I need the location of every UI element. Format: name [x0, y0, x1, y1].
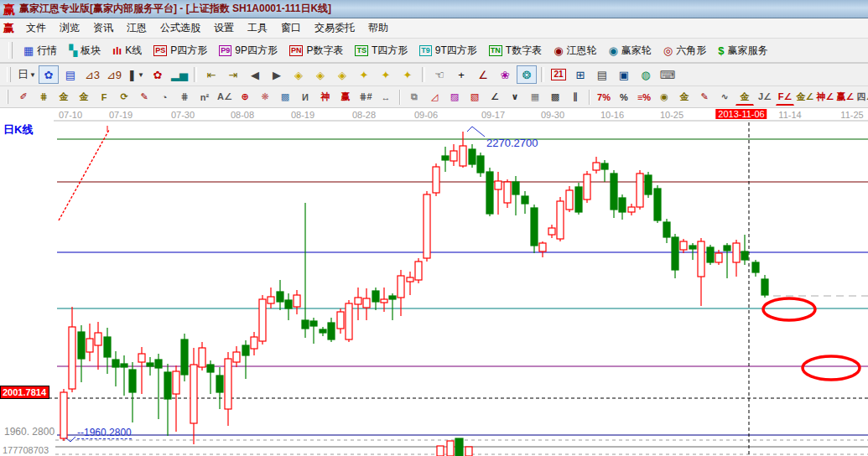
wave-mark-icon[interactable]: И	[296, 89, 314, 106]
t-square-button[interactable]: TST四方形	[349, 42, 413, 60]
gold-ruler1-icon[interactable]: 金	[55, 89, 73, 106]
title-bar[interactable]: 赢 赢家江恩专业版[赢家内部服务平台] - [上证指数 SH1A0001-111…	[0, 0, 868, 18]
time-cycle-icon[interactable]: ◔	[155, 89, 174, 106]
gann-fan-icon[interactable]: ◿	[425, 89, 444, 106]
pen-lines-icon[interactable]: ✎	[695, 89, 714, 106]
gann-pattern-icon[interactable]: ✿	[39, 65, 59, 84]
pen-ruler-icon[interactable]: ✎	[135, 89, 153, 106]
kline-button[interactable]: ılıK线	[107, 42, 148, 60]
grid-ruler-icon[interactable]: ⋕	[175, 89, 194, 106]
calculator-icon[interactable]: ⊞	[570, 65, 590, 84]
jump-end-icon[interactable]: ⇥	[223, 65, 243, 84]
scroll-left-icon[interactable]: ◀	[245, 65, 265, 84]
web-share-icon[interactable]: ◍	[636, 65, 656, 84]
gold-lines-icon[interactable]: 金	[675, 89, 694, 106]
fib-ruler-icon[interactable]: F	[95, 89, 113, 106]
fan-box-icon[interactable]: ▨	[445, 89, 464, 106]
a-angle-icon[interactable]: A∠	[216, 89, 234, 106]
gold-ruler2-icon[interactable]: 金	[75, 89, 93, 106]
minute9-chart-icon[interactable]: ⊿9	[104, 65, 124, 84]
vee-lines-icon[interactable]: ∨	[506, 89, 524, 106]
jump-start-icon[interactable]: ⇤	[201, 65, 221, 84]
pattern-tool-icon[interactable]: ❂	[517, 65, 537, 84]
web-box-icon[interactable]: ▩	[276, 89, 294, 106]
target-circle-icon[interactable]: ⊕	[236, 89, 254, 106]
menu-item-9[interactable]: 帮助	[361, 18, 395, 38]
rect-tool-icon[interactable]: ⧉	[405, 89, 424, 106]
chart-drawing-layer[interactable]	[0, 108, 868, 456]
win-angle-icon[interactable]: 赢∠	[836, 89, 855, 106]
menu-item-0[interactable]: 文件	[19, 18, 53, 38]
wave-lines-icon[interactable]: ∿	[715, 89, 734, 106]
hexagon-button[interactable]: ◎六角形	[657, 42, 712, 60]
gann-wheel-button[interactable]: ◉江恩轮	[548, 42, 602, 60]
quotes-button[interactable]: ▦行情	[18, 42, 63, 60]
gold-angle-icon[interactable]: 金∠	[796, 89, 814, 106]
menu-item-2[interactable]: 资讯	[86, 18, 120, 38]
grid-box-icon[interactable]: ▩	[546, 89, 564, 106]
notes-icon[interactable]: ▤	[592, 65, 612, 84]
spiral-web-icon[interactable]: ❋	[256, 89, 274, 106]
candle-style-dropdown[interactable]: ❚▼	[126, 65, 146, 84]
p-number-table-button[interactable]: PNP数字表	[283, 42, 350, 60]
parallel-lines-icon[interactable]: ∥	[566, 89, 585, 106]
menu-item-6[interactable]: 工具	[241, 18, 274, 38]
shen-ruler-icon[interactable]: 神	[316, 89, 335, 106]
four-angle-icon[interactable]: 四∠	[856, 89, 868, 106]
spiral-tool-icon[interactable]: ⟳	[115, 89, 133, 106]
histogram-icon[interactable]: ▂▅	[169, 65, 190, 84]
seven-percent-icon[interactable]: 7%	[595, 89, 613, 106]
ruler-123-icon[interactable]: ⋕#	[356, 89, 375, 106]
drag-hand-icon[interactable]: ☜	[429, 65, 450, 84]
menu-item-7[interactable]: 窗口	[274, 18, 308, 38]
brush-tool-icon[interactable]: ✐	[14, 89, 33, 106]
menu-item-4[interactable]: 公式选股	[153, 18, 207, 38]
win-ruler-icon[interactable]: 赢	[336, 89, 355, 106]
menu-item-8[interactable]: 交易委托	[308, 18, 361, 38]
date-tick: 10-25	[660, 110, 683, 120]
t-number-table-button[interactable]: TNT数字表	[483, 42, 548, 60]
minute3-chart-icon[interactable]: ⊿3	[82, 65, 102, 84]
flower-tool-icon[interactable]: ❀	[495, 65, 515, 84]
box-lines-icon[interactable]: ▧	[465, 89, 484, 106]
zoom-in-icon[interactable]: ✦	[376, 65, 396, 84]
info-doc-icon[interactable]: ▤	[60, 65, 81, 84]
crosshair-icon[interactable]: +	[451, 65, 471, 84]
compress-y-icon[interactable]: ◈	[332, 65, 352, 84]
gold-underline-icon[interactable]: 金	[735, 88, 754, 106]
n-square-icon[interactable]: n²	[195, 89, 214, 106]
percent-lines-icon[interactable]: ≡%	[635, 89, 653, 106]
p-square-button[interactable]: PSP四方形	[148, 42, 213, 60]
ninet-square-button[interactable]: T99T四方形	[413, 42, 483, 60]
save-icon[interactable]: ▣	[614, 65, 634, 84]
expand-x-icon[interactable]: ◈	[310, 65, 330, 84]
j-angle-icon[interactable]: J∠	[756, 89, 774, 106]
zoom-out-icon[interactable]: ✦	[398, 65, 418, 84]
grid-dots-icon[interactable]: ▦	[526, 89, 544, 106]
f-angle-icon[interactable]: F∠	[776, 88, 794, 106]
kline-chart-canvas[interactable]: 07-1007-1907-3008-0808-1908-2809-0609-17…	[0, 108, 868, 456]
measure-span-icon[interactable]: ↔	[377, 89, 395, 106]
ninep-square-button[interactable]: P99P四方形	[213, 42, 283, 60]
menu-item-3[interactable]: 江恩	[120, 18, 153, 38]
winner-service-button[interactable]: $赢家服务	[712, 42, 773, 60]
sectors-button[interactable]: ▚板块	[63, 42, 107, 60]
percent-icon[interactable]: %	[615, 89, 633, 106]
period-day-dropdown[interactable]: 日▼	[17, 65, 37, 84]
angle-lines-icon[interactable]: ∠	[486, 89, 504, 106]
zoom-all-icon[interactable]: ✦	[354, 65, 374, 84]
scroll-right-icon[interactable]: ▶	[267, 65, 287, 84]
menu-item-5[interactable]: 设置	[207, 18, 241, 38]
toolbar-separator	[422, 67, 425, 82]
menu-item-1[interactable]: 浏览	[53, 18, 86, 38]
calendar-icon[interactable]: 21	[548, 65, 569, 84]
gold-circle-icon[interactable]: ◉	[655, 89, 673, 106]
winner-wheel-button[interactable]: ◉赢家轮	[603, 42, 657, 60]
shen-angle-icon[interactable]: 神∠	[816, 89, 834, 106]
angle-measure-icon[interactable]: ∠	[473, 65, 493, 84]
date-tick: 08-19	[291, 110, 314, 120]
ruler-tool-icon[interactable]: ⋕	[34, 89, 53, 106]
compress-x-icon[interactable]: ◈	[288, 65, 309, 84]
restore-rights-icon[interactable]: ✿	[148, 65, 168, 84]
remote-client-icon[interactable]: ⌨	[657, 65, 678, 84]
